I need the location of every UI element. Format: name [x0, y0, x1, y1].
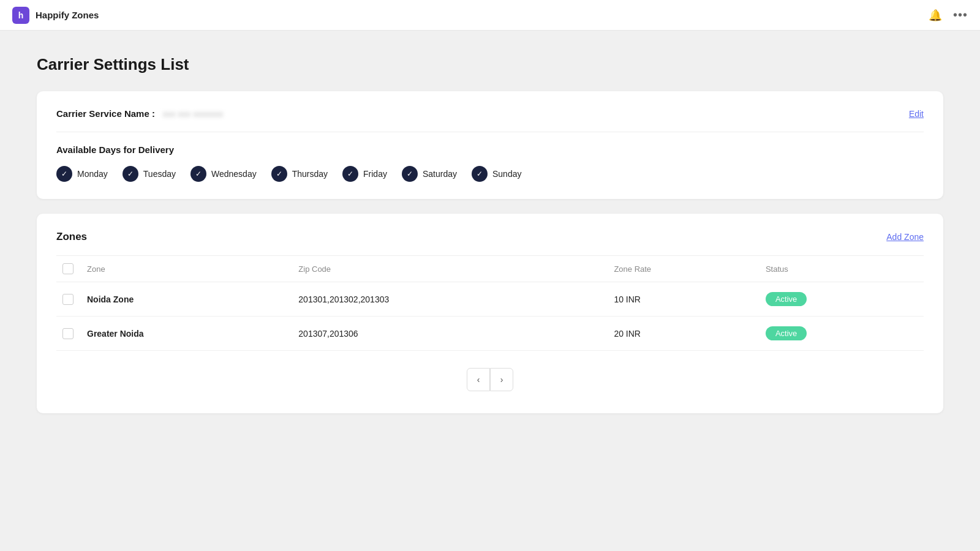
zones-table-header-row: Zone Zip Code Zone Rate Status [56, 256, 924, 282]
row-status: Active [760, 317, 924, 351]
zones-header: Zones Add Zone [56, 231, 924, 243]
row-status: Active [760, 282, 924, 317]
zones-table-head: Zone Zip Code Zone Rate Status [56, 256, 924, 282]
day-check-friday: ✓ [342, 166, 358, 182]
day-check-monday: ✓ [56, 166, 72, 182]
row-checkbox-cell [56, 282, 81, 317]
day-label-tuesday: Tuesday [143, 169, 176, 179]
topnav-left: h Happify Zones [12, 7, 99, 24]
next-page-button[interactable]: › [490, 368, 513, 391]
day-item-saturday[interactable]: ✓ Saturday [402, 166, 457, 182]
app-icon: h [12, 7, 29, 24]
select-all-checkbox[interactable] [62, 263, 74, 274]
delivery-days-title: Available Days for Delivery [56, 144, 924, 155]
row-zone-rate: 10 INR [608, 282, 760, 317]
row-zip-code: 201307,201306 [292, 317, 608, 351]
table-row: Noida Zone 201301,201302,201303 10 INR A… [56, 282, 924, 317]
row-zone-name: Greater Noida [81, 317, 292, 351]
row-checkbox-0[interactable] [62, 294, 74, 305]
prev-page-button[interactable]: ‹ [467, 368, 490, 391]
more-icon[interactable]: ••• [953, 8, 968, 22]
day-check-thursday: ✓ [271, 166, 287, 182]
row-checkbox-cell [56, 317, 81, 351]
header-checkbox-cell [56, 256, 81, 282]
row-zip-code: 201301,201302,201303 [292, 282, 608, 317]
topnav: h Happify Zones 🔔 ••• [0, 0, 980, 31]
days-row: ✓ Monday ✓ Tuesday ✓ Wednesday ✓ Thursda… [56, 166, 924, 182]
header-zonerate: Zone Rate [608, 256, 760, 282]
day-label-wednesday: Wednesday [211, 169, 257, 179]
row-zone-rate: 20 INR [608, 317, 760, 351]
day-check-wednesday: ✓ [190, 166, 206, 182]
carrier-service-row: Carrier Service Name : xxx xxx xxxxxxx E… [56, 108, 924, 132]
zones-table: Zone Zip Code Zone Rate Status Noida Zon… [56, 255, 924, 351]
day-item-monday[interactable]: ✓ Monday [56, 166, 108, 182]
day-label-thursday: Thursday [292, 169, 328, 179]
day-item-tuesday[interactable]: ✓ Tuesday [123, 166, 176, 182]
day-item-friday[interactable]: ✓ Friday [342, 166, 387, 182]
carrier-service-value: xxx xxx xxxxxxx [162, 109, 223, 119]
day-label-friday: Friday [363, 169, 387, 179]
zones-card: Zones Add Zone Zone Zip Code Zone Rate S… [37, 214, 943, 413]
carrier-service-name-group: Carrier Service Name : xxx xxx xxxxxxx [56, 108, 223, 119]
header-zipcode: Zip Code [292, 256, 608, 282]
day-item-sunday[interactable]: ✓ Sunday [472, 166, 521, 182]
day-label-saturday: Saturday [423, 169, 457, 179]
zones-title: Zones [56, 231, 87, 243]
day-check-sunday: ✓ [472, 166, 488, 182]
row-zone-name: Noida Zone [81, 282, 292, 317]
main-content: Carrier Settings List Carrier Service Na… [0, 31, 980, 438]
status-badge: Active [766, 326, 807, 340]
page-title: Carrier Settings List [37, 55, 943, 74]
topnav-right: 🔔 ••• [929, 8, 968, 22]
day-check-tuesday: ✓ [123, 166, 138, 182]
header-zone: Zone [81, 256, 292, 282]
table-row: Greater Noida 201307,201306 20 INR Activ… [56, 317, 924, 351]
app-title: Happify Zones [36, 10, 99, 20]
edit-button[interactable]: Edit [909, 109, 924, 119]
day-label-sunday: Sunday [492, 169, 521, 179]
day-item-thursday[interactable]: ✓ Thursday [271, 166, 328, 182]
day-item-wednesday[interactable]: ✓ Wednesday [190, 166, 257, 182]
header-status: Status [760, 256, 924, 282]
status-badge: Active [766, 292, 807, 306]
day-label-monday: Monday [77, 169, 108, 179]
row-checkbox-1[interactable] [62, 328, 74, 339]
zones-table-body: Noida Zone 201301,201302,201303 10 INR A… [56, 282, 924, 351]
carrier-service-label: Carrier Service Name : [56, 108, 155, 119]
day-check-saturday: ✓ [402, 166, 418, 182]
pagination: ‹ › [56, 368, 924, 391]
bell-icon[interactable]: 🔔 [929, 9, 942, 22]
add-zone-button[interactable]: Add Zone [886, 232, 924, 242]
delivery-days-section: Available Days for Delivery ✓ Monday ✓ T… [56, 144, 924, 182]
carrier-settings-card: Carrier Service Name : xxx xxx xxxxxxx E… [37, 91, 943, 199]
